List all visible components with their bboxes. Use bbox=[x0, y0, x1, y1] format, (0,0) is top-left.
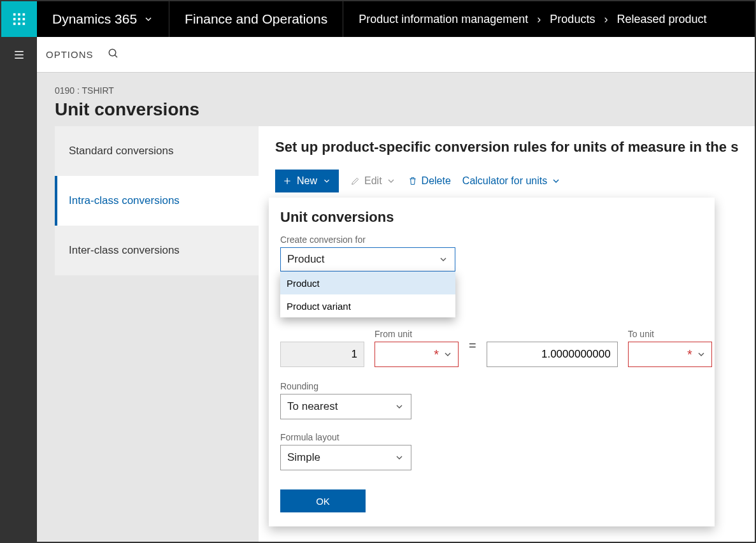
detail-pane: Set up product-specific conversion rules… bbox=[259, 126, 755, 542]
svg-rect-5 bbox=[23, 18, 25, 20]
chevron-down-icon bbox=[394, 452, 404, 463]
tab-standard-conversions[interactable]: Standard conversions bbox=[55, 126, 259, 176]
tab-intra-class-conversions[interactable]: Intra-class conversions bbox=[55, 176, 259, 226]
create-for-label: Create conversion for bbox=[280, 235, 703, 245]
breadcrumb-item[interactable]: Product information management bbox=[359, 13, 528, 26]
chevron-down-icon bbox=[322, 177, 331, 185]
edit-button: Edit bbox=[350, 175, 396, 187]
svg-rect-2 bbox=[23, 13, 25, 16]
svg-rect-0 bbox=[13, 13, 16, 16]
chevron-down-icon bbox=[438, 254, 448, 264]
tabs-column: Standard conversions Intra-class convers… bbox=[55, 126, 259, 542]
detail-heading: Set up product-specific conversion rules… bbox=[275, 139, 738, 156]
chevron-right-icon: › bbox=[604, 13, 608, 26]
options-menu[interactable]: OPTIONS bbox=[46, 49, 94, 60]
search-icon bbox=[108, 48, 119, 59]
svg-rect-1 bbox=[18, 13, 20, 16]
svg-rect-6 bbox=[13, 23, 16, 25]
chevron-down-icon bbox=[443, 349, 453, 359]
svg-rect-4 bbox=[18, 18, 20, 20]
factor-right-input[interactable] bbox=[487, 342, 618, 367]
search-button[interactable] bbox=[108, 48, 119, 62]
app-launcher-button[interactable] bbox=[1, 1, 37, 37]
chevron-right-icon: › bbox=[537, 13, 541, 26]
chevron-down-icon bbox=[696, 349, 706, 359]
page-header: 0190 : TSHIRT Unit conversions bbox=[37, 73, 755, 126]
dropdown-option-product-variant[interactable]: Product variant bbox=[280, 294, 455, 317]
option-bar: OPTIONS bbox=[37, 37, 755, 73]
required-icon: * bbox=[687, 347, 692, 362]
svg-rect-8 bbox=[23, 23, 25, 25]
required-icon: * bbox=[434, 347, 439, 362]
unit-conversions-dialog: Unit conversions Create conversion for P… bbox=[269, 198, 715, 526]
to-unit-select[interactable]: * bbox=[628, 342, 712, 367]
from-unit-select[interactable]: * bbox=[374, 342, 459, 367]
create-for-dropdown: Product Product variant bbox=[280, 272, 455, 317]
dropdown-option-product[interactable]: Product bbox=[280, 272, 455, 294]
hamburger-icon bbox=[12, 49, 26, 61]
top-bar: Dynamics 365 Finance and Operations Prod… bbox=[1, 1, 755, 37]
formula-layout-label: Formula layout bbox=[280, 432, 703, 442]
rounding-select[interactable]: To nearest bbox=[280, 394, 411, 419]
calculator-button[interactable]: Calculator for units bbox=[462, 175, 561, 187]
page-context: 0190 : TSHIRT bbox=[55, 85, 737, 96]
breadcrumb-item[interactable]: Released product bbox=[617, 13, 706, 26]
trash-icon bbox=[408, 176, 418, 186]
breadcrumb-item[interactable]: Products bbox=[550, 13, 595, 26]
svg-rect-7 bbox=[18, 23, 20, 25]
new-button[interactable]: New bbox=[275, 170, 339, 192]
left-rail bbox=[1, 37, 37, 542]
from-unit-label: From unit bbox=[374, 329, 459, 339]
delete-button[interactable]: Delete bbox=[408, 175, 451, 187]
ok-button[interactable]: OK bbox=[280, 489, 366, 512]
chevron-down-icon bbox=[394, 402, 404, 412]
plus-icon bbox=[283, 177, 292, 185]
factor-left-input[interactable] bbox=[280, 342, 364, 367]
detail-toolbar: New Edit Delete Calc bbox=[275, 170, 738, 192]
chevron-down-icon bbox=[551, 176, 561, 186]
breadcrumb: Product information management › Product… bbox=[343, 13, 722, 26]
chevron-down-icon bbox=[143, 14, 153, 24]
nav-toggle-button[interactable] bbox=[1, 37, 37, 73]
waffle-icon bbox=[12, 12, 26, 26]
create-for-select[interactable]: Product bbox=[280, 247, 455, 272]
to-unit-label: To unit bbox=[628, 329, 712, 339]
rounding-label: Rounding bbox=[280, 381, 703, 391]
svg-rect-3 bbox=[13, 18, 16, 20]
formula-layout-select[interactable]: Simple bbox=[280, 445, 411, 470]
pencil-icon bbox=[350, 176, 360, 186]
brand-label: Dynamics 365 bbox=[52, 11, 137, 27]
page-title: Unit conversions bbox=[55, 99, 737, 120]
dialog-title: Unit conversions bbox=[280, 209, 703, 226]
equals-sign: = bbox=[469, 338, 476, 358]
chevron-down-icon bbox=[386, 176, 396, 186]
tab-inter-class-conversions[interactable]: Inter-class conversions bbox=[55, 226, 259, 275]
brand-menu[interactable]: Dynamics 365 bbox=[37, 1, 169, 37]
module-label: Finance and Operations bbox=[169, 1, 343, 37]
svg-point-9 bbox=[109, 49, 116, 56]
